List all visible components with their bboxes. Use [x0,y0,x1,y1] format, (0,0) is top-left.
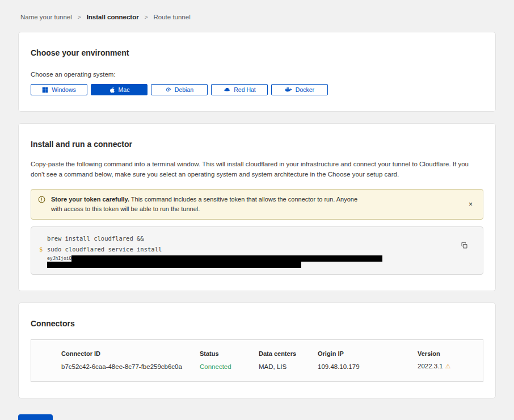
token-warning-callout: Store your token carefully. This command… [31,189,483,220]
prompt-spacer [39,233,47,244]
version-value: 2022.3.1⚠ [418,363,474,370]
breadcrumb-separator: > [78,14,81,20]
docker-icon [285,87,292,93]
os-button-label: Docker [296,86,314,93]
token-line [47,262,382,268]
connector-id-value: b7c52c42-6caa-48ee-8c77-fbe259cb6c0a [61,363,200,370]
breadcrumb-item-install-connector[interactable]: Install connector [87,14,139,20]
column-header-status: Status [200,350,259,357]
os-select-label: Choose an operating system: [31,71,483,78]
install-description: Copy-paste the following command into a … [31,159,483,180]
breadcrumb-separator: > [145,14,148,20]
column-header-connector-id: Connector ID [61,350,200,357]
os-button-mac[interactable]: Mac [91,84,148,95]
os-button-debian[interactable]: Debian [151,84,208,95]
token-warning-bold: Store your token carefully. [51,196,129,203]
origin-ip-value: 109.48.10.179 [318,363,418,370]
connectors-card: Connectors Connector ID Status Data cent… [18,303,496,398]
breadcrumb-item-route-tunnel[interactable]: Route tunnel [154,14,191,20]
next-button[interactable]: Next [18,414,53,420]
column-header-data-centers: Data centers [259,350,318,357]
os-button-label: Red Hat [234,86,256,93]
column-header-version: Version [418,350,474,357]
os-button-label: Mac [119,86,130,93]
status-badge: Connected [200,363,259,370]
command-line-2-group: sudo cloudflared service install eyJhIjo… [47,244,382,268]
os-button-row: Windows Mac Debian Red Hat Docker [31,84,483,95]
connectors-table: Connector ID Status Data centers Origin … [31,339,483,382]
card-title: Install and run a connector [31,140,483,149]
breadcrumb: Name your tunnel > Install connector > R… [18,0,496,32]
apple-icon [109,86,115,94]
os-button-windows[interactable]: Windows [31,84,87,95]
os-button-label: Windows [52,86,76,93]
card-title: Choose your environment [31,48,483,57]
token-line: eyJhIjoiO [47,255,382,262]
choose-environment-card: Choose your environment Choose an operat… [18,32,496,112]
redacted-token-bar [71,255,382,262]
token-warning-text: Store your token carefully. This command… [51,195,369,214]
version-number: 2022.3.1 [418,363,443,369]
redhat-icon [223,87,230,93]
token-prefix: eyJhIjoiO [47,256,71,261]
os-button-label: Debian [175,86,193,93]
windows-icon [42,87,48,93]
command-block: brew install cloudflared && $ sudo cloud… [31,226,483,275]
alert-circle-icon [38,196,45,206]
column-header-origin-ip: Origin IP [318,350,418,357]
close-icon[interactable]: × [465,199,476,209]
command-prompt: $ [39,244,47,268]
card-title: Connectors [31,319,483,328]
breadcrumb-item-name-your-tunnel[interactable]: Name your tunnel [20,14,72,20]
table-row: b7c52c42-6caa-48ee-8c77-fbe259cb6c0a Con… [61,363,474,370]
page: Name your tunnel > Install connector > R… [0,0,514,420]
version-warning-icon: ⚠ [445,363,451,369]
debian-icon [165,87,171,93]
table-header-row: Connector ID Status Data centers Origin … [61,350,474,357]
copy-icon[interactable] [460,241,469,252]
os-button-redhat[interactable]: Red Hat [211,84,268,95]
os-button-docker[interactable]: Docker [271,84,328,95]
command-line-2: sudo cloudflared service install [47,244,382,255]
data-centers-value: MAD, LIS [259,363,318,370]
command-line-1: brew install cloudflared && [47,233,144,244]
install-connector-card: Install and run a connector Copy-paste t… [18,123,496,291]
redacted-token-bar [47,262,301,268]
